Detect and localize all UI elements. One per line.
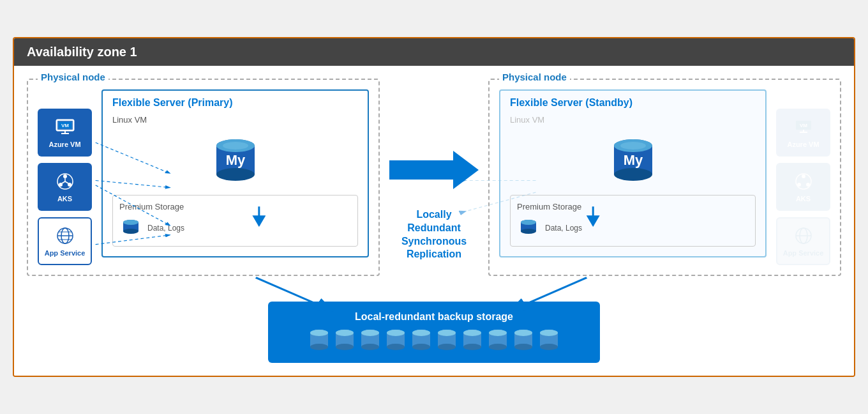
right-app-service-label: App Service	[783, 249, 824, 257]
diagram-wrapper: Availability zone 1 Physical node	[13, 37, 855, 377]
primary-premium-storage: Premium Storage Data, Logs	[112, 195, 358, 247]
azure-vm-label: Azure VM	[49, 141, 80, 148]
svg-point-21	[216, 168, 255, 181]
azure-vm-icon-box: VM Azure VM	[38, 109, 92, 157]
availability-zone-title: Availability zone 1	[27, 45, 137, 59]
standby-premium-storage: Premium Storage Data, Logs	[510, 195, 756, 247]
svg-text:My: My	[623, 152, 643, 168]
svg-point-72	[412, 330, 430, 336]
primary-storage-icon	[119, 217, 142, 240]
right-aks-icon-box: AKS	[776, 163, 830, 211]
app-service-icon	[55, 226, 75, 246]
svg-point-59	[336, 344, 354, 350]
svg-point-60	[336, 330, 354, 336]
left-physical-node: Physical node	[27, 79, 380, 276]
primary-storage-row: Data, Logs	[119, 217, 351, 240]
top-row: Physical node	[27, 79, 841, 276]
svg-point-76	[438, 330, 456, 336]
svg-text:VM: VM	[61, 123, 69, 128]
standby-mysql-icon: My	[604, 130, 662, 187]
aks-icon	[55, 171, 75, 192]
standby-server-title: Flexible Server (Standby)	[510, 97, 756, 109]
svg-point-56	[310, 330, 328, 336]
right-aks-label: AKS	[796, 195, 811, 203]
standby-linux-vm-label: Linux VM	[510, 115, 756, 125]
right-app-service-icon-box: App Service	[776, 217, 830, 265]
primary-mysql-icon: My	[207, 130, 264, 187]
primary-data-logs-label: Data, Logs	[147, 224, 184, 233]
primary-premium-storage-label: Premium Storage	[119, 202, 351, 211]
svg-text:My: My	[225, 152, 245, 168]
svg-point-47	[802, 174, 805, 178]
standby-data-logs-label: Data, Logs	[545, 224, 582, 233]
svg-point-88	[514, 330, 532, 336]
svg-point-83	[489, 344, 507, 350]
backup-drums-svg	[306, 328, 562, 353]
svg-point-40	[521, 229, 536, 234]
app-service-label: App Service	[45, 249, 86, 257]
svg-point-24	[223, 142, 248, 150]
standby-mysql-container: My	[510, 130, 756, 187]
replication-section: Locally Redundant Synchronous Replicatio…	[389, 117, 479, 276]
svg-point-79	[463, 344, 481, 350]
svg-point-80	[463, 330, 481, 336]
backup-section: Local-redundant backup storage	[27, 302, 841, 363]
svg-point-48	[797, 183, 801, 187]
diagram-header: Availability zone 1	[14, 38, 854, 66]
svg-point-63	[361, 344, 379, 350]
right-physical-node: Physical node Flexible Server (Standby) …	[488, 79, 841, 276]
standby-storage-icon	[517, 217, 540, 240]
right-aks-icon	[793, 171, 814, 192]
backup-box: Local-redundant backup storage	[268, 302, 600, 363]
svg-point-34	[614, 168, 652, 181]
svg-point-37	[620, 142, 646, 150]
right-physical-node-label: Physical node	[499, 72, 570, 82]
primary-server-title: Flexible Server (Primary)	[112, 97, 358, 109]
right-node-inner: Flexible Server (Standby) Linux VM	[499, 89, 830, 265]
standby-premium-storage-label: Premium Storage	[517, 202, 749, 211]
svg-point-64	[361, 330, 379, 336]
svg-point-49	[806, 183, 810, 187]
svg-point-71	[412, 344, 430, 350]
svg-marker-31	[389, 151, 479, 189]
content-layer: Physical node	[27, 79, 841, 363]
replication-arrows	[389, 132, 479, 208]
standby-highlight: Standby	[589, 97, 629, 108]
svg-point-8	[63, 174, 67, 178]
svg-text:VM: VM	[800, 123, 807, 128]
right-clients-column: VM Azure VM	[776, 109, 830, 265]
left-flex-server-box: Flexible Server (Primary) Linux VM	[101, 89, 369, 257]
svg-point-91	[540, 344, 558, 350]
backup-label: Local-redundant backup storage	[306, 311, 562, 323]
backup-icons	[306, 328, 562, 353]
svg-point-92	[540, 330, 558, 336]
full-layout: Physical node	[27, 79, 841, 363]
svg-point-67	[387, 344, 405, 350]
app-service-icon-box: App Service	[38, 217, 92, 265]
svg-point-75	[438, 344, 456, 350]
right-azure-vm-icon: VM	[793, 117, 814, 137]
svg-line-13	[65, 181, 68, 183]
left-node-inner: VM Azure VM	[38, 89, 369, 265]
standby-storage-row: Data, Logs	[517, 217, 749, 240]
svg-point-68	[387, 330, 405, 336]
svg-point-84	[489, 330, 507, 336]
left-physical-node-label: Physical node	[38, 72, 108, 82]
svg-point-87	[514, 344, 532, 350]
replication-text: Locally Redundant Synchronous Replicatio…	[401, 208, 467, 261]
left-clients-column: VM Azure VM	[38, 109, 92, 265]
primary-mysql-container: My	[112, 130, 358, 187]
svg-point-41	[521, 220, 536, 225]
right-azure-vm-label: Azure VM	[787, 141, 819, 148]
right-app-service-icon	[793, 226, 814, 246]
aks-label: AKS	[57, 195, 72, 203]
diagram-body: Physical node	[14, 66, 854, 376]
aks-icon-box: AKS	[38, 163, 92, 211]
primary-linux-vm-label: Linux VM	[112, 115, 358, 125]
svg-point-28	[123, 220, 138, 225]
primary-highlight: Primary	[191, 97, 230, 108]
right-azure-vm-icon-box: VM Azure VM	[776, 109, 830, 157]
svg-point-55	[310, 344, 328, 350]
svg-point-27	[123, 229, 138, 234]
svg-line-12	[62, 181, 65, 183]
